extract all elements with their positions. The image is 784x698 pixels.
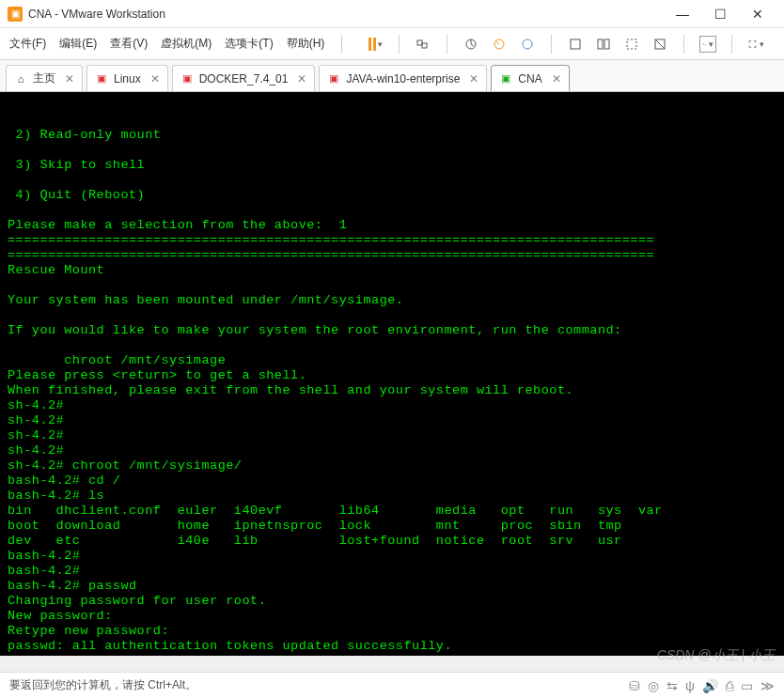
device-icons: ⛁ ◎ ⇆ ψ 🔊 ⎙ ▭ ≫ [629, 678, 775, 693]
terminal-line [8, 143, 776, 158]
send-keys-button[interactable] [415, 36, 431, 53]
tab-label: JAVA-win10-enterprise [346, 72, 460, 85]
tab-home[interactable]: ⌂ 主页 ✕ [6, 65, 83, 91]
tab-label: CNA [518, 72, 541, 85]
svg-rect-7 [604, 39, 609, 49]
stretch-button[interactable] [651, 36, 668, 53]
close-icon[interactable]: ✕ [469, 72, 478, 85]
terminal-line: 2) Read-only mount [8, 128, 776, 143]
terminal-line: dev etc i40e lib lost+found notice root … [8, 534, 776, 549]
menu-icon[interactable]: ≫ [760, 678, 775, 693]
tab-linux[interactable]: ▣ Linux ✕ [86, 65, 168, 91]
console-button[interactable]: ▾ [699, 36, 716, 53]
display-icon[interactable]: ▭ [741, 678, 753, 693]
snapshot-revert-button[interactable] [491, 36, 508, 53]
menu-vm[interactable]: 虚拟机(M) [161, 36, 212, 52]
svg-rect-0 [417, 40, 422, 45]
vm-icon: ▣ [499, 72, 512, 85]
close-icon[interactable]: ✕ [552, 72, 561, 85]
menu-help[interactable]: 帮助(H) [287, 36, 325, 52]
terminal-line: ========================================… [8, 248, 776, 263]
vm-console[interactable]: 2) Read-only mount 3) Skip to shell 4) Q… [0, 92, 784, 656]
terminal-line: Please press <return> to get a shell. [8, 368, 776, 383]
svg-rect-1 [422, 43, 427, 48]
window-title: CNA - VMware Workstation [28, 8, 664, 21]
vmware-logo-icon: ▣ [8, 7, 23, 22]
input-hint: 要返回到您的计算机，请按 Ctrl+Alt。 [9, 677, 196, 693]
vm-icon: ▣ [327, 72, 340, 85]
tab-label: 主页 [33, 70, 55, 86]
maximize-button[interactable]: ☐ [701, 0, 739, 28]
terminal-line: ========================================… [8, 233, 776, 248]
separator [341, 35, 342, 54]
terminal-line: If you would like to make your system th… [8, 323, 776, 338]
close-icon[interactable]: ✕ [65, 72, 74, 85]
view-single-button[interactable] [567, 36, 584, 53]
tab-label: Linux [114, 72, 141, 85]
minimize-button[interactable]: — [664, 0, 701, 28]
separator [683, 35, 684, 54]
terminal-line: bash-4.2# passwd [8, 579, 776, 594]
network-icon[interactable]: ⇆ [666, 678, 678, 693]
terminal-line: sh-4.2# chroot /mnt/sysimage/ [8, 458, 776, 473]
snapshot-manager-button[interactable] [519, 36, 536, 53]
menu-view[interactable]: 查看(V) [110, 36, 148, 52]
separator [399, 35, 400, 54]
disk-icon[interactable]: ⛁ [629, 678, 640, 693]
terminal-line: 3) Skip to shell [8, 158, 776, 173]
terminal-line: bash-4.2# [8, 549, 776, 564]
unity-button[interactable] [623, 36, 640, 53]
sound-icon[interactable]: 🔊 [702, 678, 718, 693]
tab-cna[interactable]: ▣ CNA ✕ [491, 65, 569, 91]
terminal-line: Please make a selection from the above: … [8, 218, 776, 233]
terminal-line: Your system has been mounted under /mnt/… [8, 293, 776, 308]
usb-icon[interactable]: ψ [685, 678, 695, 693]
terminal-line: bash-4.2# ls [8, 489, 776, 504]
snapshot-button[interactable] [463, 36, 479, 53]
close-icon[interactable]: ✕ [150, 72, 160, 85]
svg-line-10 [655, 39, 665, 49]
status-bar: 要返回到您的计算机，请按 Ctrl+Alt。 ⛁ ◎ ⇆ ψ 🔊 ⎙ ▭ ≫ [0, 672, 784, 698]
terminal-line [8, 203, 776, 218]
terminal-line [8, 173, 776, 188]
close-button[interactable]: ✕ [739, 0, 776, 28]
terminal-line: When finished, please exit from the shel… [8, 383, 776, 398]
terminal-line: bash-4.2# cd / [8, 473, 776, 489]
printer-icon[interactable]: ⎙ [726, 678, 733, 693]
terminal-line [8, 308, 776, 323]
tab-bar: ⌂ 主页 ✕ ▣ Linux ✕ ▣ DOCKER_7.4_01 ✕ ▣ JAV… [0, 60, 784, 92]
svg-rect-6 [598, 39, 603, 49]
toolbar: ▾ ▾ ▾ [367, 35, 764, 54]
tab-java[interactable]: ▣ JAVA-win10-enterprise ✕ [319, 65, 487, 91]
terminal-line: Rescue Mount [8, 263, 776, 278]
menu-bar: 文件(F) 编辑(E) 查看(V) 虚拟机(M) 选项卡(T) 帮助(H) ▾ … [0, 28, 784, 60]
menu-file[interactable]: 文件(F) [9, 36, 46, 52]
separator [551, 35, 552, 54]
terminal-line [8, 338, 776, 353]
menu-tabs[interactable]: 选项卡(T) [225, 36, 273, 52]
home-icon: ⌂ [14, 72, 27, 85]
svg-rect-5 [571, 39, 580, 49]
separator [447, 35, 447, 54]
vm-icon: ▣ [180, 72, 194, 85]
vm-icon: ▣ [95, 72, 108, 85]
terminal-line: chroot /mnt/sysimage [8, 353, 776, 368]
terminal-line: sh-4.2# [8, 443, 776, 458]
watermark: CSDN @小王 | 小王 [657, 647, 775, 664]
terminal-line: sh-4.2# [8, 413, 776, 428]
pause-button[interactable]: ▾ [367, 36, 384, 53]
cd-icon[interactable]: ◎ [648, 678, 659, 693]
terminal-line: Retype new password: [8, 624, 776, 639]
terminal-line: New password: [8, 609, 776, 624]
terminal-line: 4) Quit (Reboot) [8, 188, 776, 203]
view-multi-button[interactable] [595, 36, 612, 53]
menu-edit[interactable]: 编辑(E) [59, 36, 97, 52]
tab-docker[interactable]: ▣ DOCKER_7.4_01 ✕ [172, 65, 316, 91]
svg-rect-8 [627, 39, 636, 49]
terminal-line [8, 278, 776, 293]
close-icon[interactable]: ✕ [297, 72, 306, 85]
terminal-line: Changing password for user root. [8, 594, 776, 609]
fullscreen-button[interactable]: ▾ [747, 36, 764, 53]
terminal-line: boot download home ipnetnsproc lock mnt … [8, 519, 776, 534]
terminal-line: bin dhclient.conf euler i40evf lib64 med… [8, 504, 776, 519]
